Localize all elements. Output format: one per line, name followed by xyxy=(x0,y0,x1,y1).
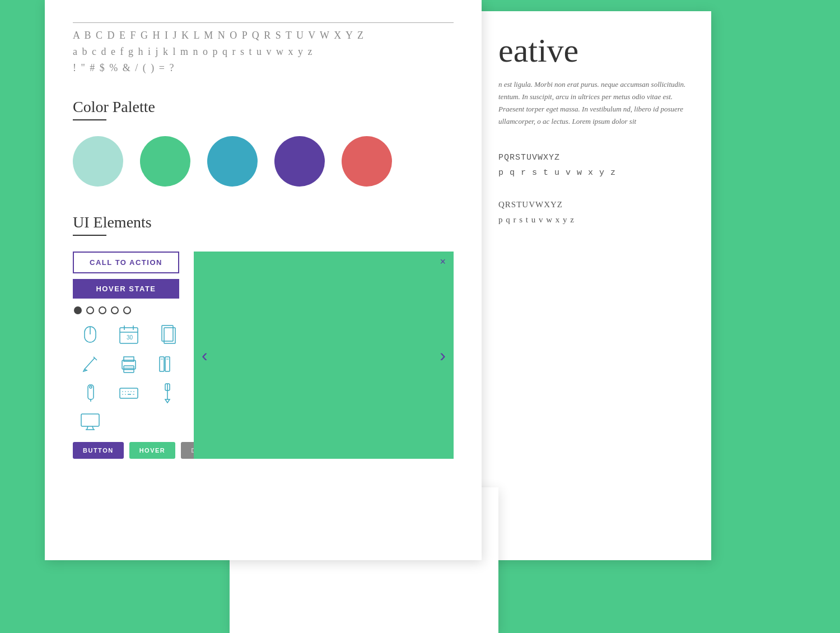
icons-grid: 30 xyxy=(73,322,185,434)
back-alphabet-mono-upper: PQRSTUVWXYZ p q r s t u v w x y z xyxy=(498,150,694,180)
color-coral xyxy=(342,136,392,187)
books-icon xyxy=(151,351,185,376)
calendar-icon: 30 xyxy=(111,322,146,347)
dot-2[interactable] xyxy=(86,306,94,314)
dot-1 xyxy=(74,306,82,314)
alphabet-upper: A B C D E F G H I J K L M N O P Q R S T … xyxy=(73,27,454,44)
color-palette-heading: Color Palette xyxy=(73,98,454,116)
keyboard-icon xyxy=(111,380,146,405)
main-card: A B C D E F G H I J K L M N O P Q R S T … xyxy=(45,0,482,560)
svg-marker-36 xyxy=(165,399,170,403)
button-row: BUTTON HOVER DISABLED ✓ xyxy=(73,442,185,459)
dot-5[interactable] xyxy=(123,306,131,314)
alphabet-lower: a b c d e f g h i j k l m n o p q r s t … xyxy=(73,44,454,60)
color-palette-underline xyxy=(73,119,106,120)
carousel-right-arrow[interactable]: › xyxy=(440,345,446,366)
carousel-close-icon[interactable]: × xyxy=(440,256,446,268)
svg-marker-11 xyxy=(83,369,87,371)
color-teal xyxy=(207,136,258,187)
svg-rect-15 xyxy=(124,357,134,361)
cta-button[interactable]: CALL TO ACTION xyxy=(73,252,179,273)
carousel-box: × ‹ › xyxy=(194,252,454,459)
stylus-icon xyxy=(151,380,185,405)
printer-icon xyxy=(111,351,146,376)
svg-text:30: 30 xyxy=(127,334,133,341)
color-purple xyxy=(274,136,325,187)
back-card-title: eative xyxy=(498,34,694,67)
dot-3[interactable] xyxy=(99,306,106,314)
back-alphabet-serif: QRSTUVWXYZ p q r s t u v w x y z xyxy=(498,197,694,227)
pencil-icon xyxy=(73,351,107,376)
hover-state-button[interactable]: HOVER STATE xyxy=(73,279,179,299)
button-hover[interactable]: HOVER xyxy=(129,442,176,459)
marker-icon xyxy=(73,380,107,405)
svg-line-39 xyxy=(87,426,88,430)
back-card: eative n est ligula. Morbi non erat puru… xyxy=(476,11,711,560)
ui-elements-underline xyxy=(73,235,106,236)
ui-elements-area: CALL TO ACTION HOVER STATE xyxy=(73,252,454,459)
special-chars: ! " # $ % & / ( ) = ? xyxy=(73,60,454,76)
monitor-icon xyxy=(73,409,107,434)
ui-controls-left: CALL TO ACTION HOVER STATE xyxy=(73,252,185,459)
carousel-left-arrow[interactable]: ‹ xyxy=(202,345,208,366)
svg-point-24 xyxy=(90,386,92,388)
mouse-icon xyxy=(73,322,107,347)
button-purple[interactable]: BUTTON xyxy=(73,442,124,459)
svg-line-10 xyxy=(85,358,95,369)
back-card-body: n est ligula. Morbi non erat purus. nequ… xyxy=(498,78,694,128)
svg-rect-22 xyxy=(88,385,94,399)
dots-indicator xyxy=(73,306,185,314)
ui-elements-heading: UI Elements xyxy=(73,213,454,231)
alphabet-section: A B C D E F G H I J K L M N O P Q R S T … xyxy=(73,22,454,76)
color-green xyxy=(140,136,190,187)
svg-rect-25 xyxy=(120,388,138,398)
svg-line-40 xyxy=(92,426,94,430)
dot-4[interactable] xyxy=(111,306,119,314)
notebook-icon xyxy=(151,322,185,347)
color-mint xyxy=(73,136,123,187)
svg-rect-38 xyxy=(81,414,99,426)
color-palette xyxy=(73,136,454,187)
